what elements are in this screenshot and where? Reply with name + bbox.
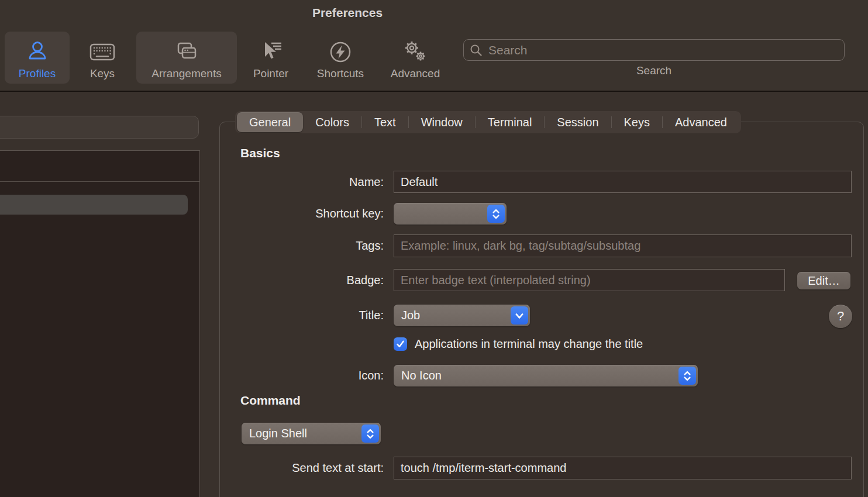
person-icon xyxy=(25,37,50,67)
shortcut-key-label: Shortcut key: xyxy=(220,207,384,220)
tab-general[interactable]: General xyxy=(237,112,303,132)
toolbar-item-label: Keys xyxy=(90,67,115,80)
icon-label: Icon: xyxy=(220,369,384,382)
search-icon xyxy=(470,44,483,57)
checkbox-checked-icon[interactable] xyxy=(394,337,407,351)
tags-row: Tags: xyxy=(220,234,852,257)
preferences-window: Preferences Profiles xyxy=(0,0,868,497)
toolbar-search-caption: Search xyxy=(463,64,845,77)
cursor-icon xyxy=(258,37,284,67)
title-checkbox-row: Applications in terminal may change the … xyxy=(394,337,643,351)
chevron-down-icon xyxy=(511,306,528,325)
title-label: Title: xyxy=(220,309,384,322)
send-text-input[interactable] xyxy=(394,457,852,479)
icon-popup[interactable]: No Icon xyxy=(394,365,698,386)
general-tab-panel: Basics Name: Shortcut key: Tags: xyxy=(219,122,864,497)
keyboard-icon xyxy=(88,37,117,67)
profiles-list[interactable] xyxy=(0,150,200,497)
icon-row: Icon: No Icon xyxy=(220,365,698,386)
tab-session[interactable]: Session xyxy=(545,112,611,132)
title-checkbox-label: Applications in terminal may change the … xyxy=(415,337,643,351)
toolbar-item-label: Profiles xyxy=(19,67,56,80)
badge-input[interactable] xyxy=(394,269,785,291)
toolbar-item-profiles[interactable]: Profiles xyxy=(5,32,70,84)
badge-label: Badge: xyxy=(220,274,384,287)
stepper-icon xyxy=(487,205,505,223)
window-title: Preferences xyxy=(312,6,383,20)
profile-tabbar: General Colors Text Window Terminal Sess… xyxy=(235,111,741,133)
basics-heading: Basics xyxy=(240,146,280,160)
toolbar-item-label: Arrangements xyxy=(151,67,221,80)
stepper-icon xyxy=(361,424,379,443)
tab-colors[interactable]: Colors xyxy=(303,112,361,132)
toolbar-item-label: Shortcuts xyxy=(317,67,364,80)
profiles-filter-box[interactable] xyxy=(0,116,199,139)
toolbar-search-field[interactable] xyxy=(463,39,845,61)
tags-input[interactable] xyxy=(394,234,852,257)
toolbar-divider xyxy=(0,91,868,92)
command-heading: Command xyxy=(240,394,301,408)
toolbar-item-keys[interactable]: Keys xyxy=(80,32,125,84)
windows-icon xyxy=(173,37,201,67)
command-type-value: Login Shell xyxy=(249,427,307,440)
toolbar-item-shortcuts[interactable]: Shortcuts xyxy=(311,32,370,84)
gears-icon xyxy=(402,37,428,67)
title-row: Title: Job xyxy=(220,305,530,326)
tab-terminal[interactable]: Terminal xyxy=(476,112,545,132)
title-popup[interactable]: Job xyxy=(394,305,530,326)
badge-row: Badge: xyxy=(220,269,785,291)
tab-advanced[interactable]: Advanced xyxy=(663,112,739,132)
profiles-list-divider xyxy=(0,181,199,182)
send-text-label: Send text at start: xyxy=(220,461,384,475)
shortcut-key-popup[interactable] xyxy=(394,203,507,225)
badge-edit-button[interactable]: Edit… xyxy=(797,272,850,289)
bolt-icon xyxy=(328,37,353,67)
search-input[interactable] xyxy=(487,43,838,58)
stepper-icon xyxy=(678,367,696,385)
tab-keys[interactable]: Keys xyxy=(612,112,662,132)
name-input[interactable] xyxy=(394,171,852,193)
title-popup-value: Job xyxy=(401,309,420,322)
profile-row-selected[interactable] xyxy=(0,195,188,215)
toolbar-item-pointer[interactable]: Pointer xyxy=(249,32,293,84)
toolbar-item-label: Advanced xyxy=(391,67,440,80)
help-button[interactable]: ? xyxy=(829,305,852,328)
toolbar-item-advanced[interactable]: Advanced xyxy=(386,32,445,84)
name-label: Name: xyxy=(220,175,384,189)
icon-popup-value: No Icon xyxy=(401,369,442,382)
name-row: Name: xyxy=(220,171,852,193)
toolbar-item-label: Pointer xyxy=(253,67,288,80)
shortcut-key-row: Shortcut key: xyxy=(220,203,507,225)
tags-label: Tags: xyxy=(220,239,384,253)
tab-window[interactable]: Window xyxy=(409,112,475,132)
toolbar: Preferences Profiles xyxy=(0,0,868,91)
command-type-popup[interactable]: Login Shell xyxy=(242,423,381,444)
send-text-row: Send text at start: xyxy=(220,457,852,479)
toolbar-item-arrangements[interactable]: Arrangements xyxy=(136,32,237,84)
tab-text[interactable]: Text xyxy=(362,112,408,132)
